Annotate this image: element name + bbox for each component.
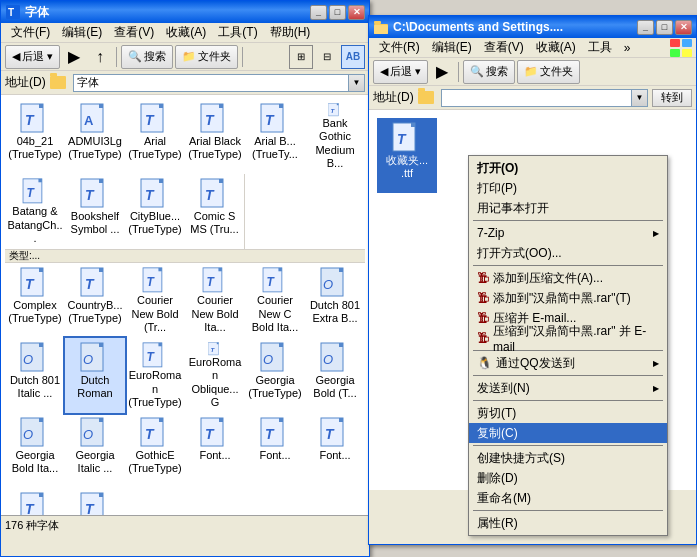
explorer-menu-more[interactable]: » (618, 39, 637, 57)
fonts-back-button[interactable]: ◀ 后退 ▾ (5, 45, 60, 69)
explorer-minimize-button[interactable]: _ (637, 20, 654, 35)
ctx-send-to[interactable]: 发送到(N) ▶ (469, 378, 667, 398)
explorer-menu-edit[interactable]: 编辑(E) (426, 37, 478, 58)
list-item[interactable]: T Courier New C Bold Ita... (245, 263, 305, 338)
explorer-title-bar[interactable]: C:\Documents and Settings.... _ □ ✕ (369, 16, 696, 38)
list-item[interactable]: A ADMUI3Lg(TrueType) (65, 99, 125, 174)
list-item[interactable]: O Georgia(TrueType) (245, 338, 305, 413)
explorer-menu-favorites[interactable]: 收藏(A) (530, 37, 582, 58)
font-name-label: Dutch 801 Italic ... (7, 374, 63, 400)
explorer-search-button[interactable]: 🔍 搜索 (463, 60, 515, 84)
explorer-maximize-button[interactable]: □ (656, 20, 673, 35)
svg-rect-15 (279, 104, 283, 108)
explorer-back-button[interactable]: ◀ 后退 ▾ (373, 60, 428, 84)
fonts-menu-favorites[interactable]: 收藏(A) (160, 22, 212, 43)
list-item[interactable]: T Arial(TrueType) (125, 99, 185, 174)
ctx-copy[interactable]: 复制(C) (469, 423, 667, 443)
view-icons-button[interactable]: ⊟ (315, 45, 339, 69)
list-item[interactable]: T Arial B...(TrueTy... (245, 99, 305, 174)
list-item[interactable]: T Batang & BatangCh... (5, 174, 65, 249)
ctx-open[interactable]: 打开(O) (469, 158, 667, 178)
ctx-send-qq[interactable]: 🐧 通过QQ发送到 ▶ (469, 353, 667, 373)
view-tiles-button[interactable]: ⊞ (289, 45, 313, 69)
font-file-icon: T (391, 122, 423, 154)
explorer-address-dropdown[interactable]: ▼ (631, 90, 647, 106)
font-file-icon: O (19, 417, 51, 449)
explorer-folder-icon (418, 91, 434, 104)
explorer-folder-button[interactable]: 📁 文件夹 (517, 60, 580, 84)
list-item[interactable]: T Font... (5, 488, 65, 515)
fonts-minimize-button[interactable]: _ (310, 5, 327, 20)
fonts-menu-help[interactable]: 帮助(H) (264, 22, 317, 43)
ctx-compress-rar-email[interactable]: 🗜 压缩到"汉鼎简中黑.rar" 并 E-mail (469, 328, 667, 348)
explorer-menu-file[interactable]: 文件(R) (373, 37, 426, 58)
fonts-menu-file[interactable]: 文件(F) (5, 22, 56, 43)
fonts-menu-edit[interactable]: 编辑(E) (56, 22, 108, 43)
list-item[interactable]: T Font... (65, 488, 125, 515)
list-item[interactable]: O Georgia Bold Ita... (5, 413, 65, 488)
view-list-button[interactable]: AB (341, 45, 365, 69)
explorer-address-label: 地址(D) (373, 89, 414, 106)
svg-text:T: T (25, 276, 35, 292)
ctx-create-shortcut[interactable]: 创建快捷方式(S) (469, 448, 667, 468)
explorer-toolbar: ◀ 后退 ▾ ▶ 🔍 搜索 📁 文件夹 (369, 58, 696, 86)
fonts-close-button[interactable]: ✕ (348, 5, 365, 20)
fonts-address-combo[interactable]: 字体 ▼ (73, 74, 365, 92)
list-item[interactable]: T Font... (245, 413, 305, 488)
list-item[interactable]: O Dutch 801 Extra B... (305, 263, 365, 338)
selected-file-icon[interactable]: T 收藏夹... .ttf (377, 118, 437, 193)
ctx-cut[interactable]: 剪切(T) (469, 403, 667, 423)
dutch-roman-font-icon[interactable]: O Dutch Roman (65, 338, 125, 413)
list-item[interactable]: T Bookshelf Symbol ... (65, 174, 125, 249)
list-item[interactable]: T CountryB...(TrueType) (65, 263, 125, 338)
list-item[interactable]: T Font... (305, 413, 365, 488)
list-item[interactable]: T Font... (185, 413, 245, 488)
explorer-go-button[interactable]: 转到 (652, 89, 692, 107)
list-item[interactable]: O Dutch 801 Italic ... (5, 338, 65, 413)
fonts-menu-view[interactable]: 查看(V) (108, 22, 160, 43)
fonts-forward-button[interactable]: ▶ (62, 45, 86, 69)
ctx-add-rar[interactable]: 🗜 添加到"汉鼎简中黑.rar"(T) (469, 288, 667, 308)
fonts-maximize-button[interactable]: □ (329, 5, 346, 20)
fonts-count: 176 种字体 (5, 518, 59, 533)
ctx-add-archive[interactable]: 🗜 添加到压缩文件(A)... (469, 268, 667, 288)
ctx-rename[interactable]: 重命名(M) (469, 488, 667, 508)
ctx-properties[interactable]: 属性(R) (469, 513, 667, 533)
list-item[interactable]: T Courier New Bold Ita... (185, 263, 245, 338)
explorer-address-input[interactable]: C:\Documents and Settings\Ad... (442, 90, 631, 106)
svg-text:T: T (145, 112, 155, 128)
ctx-delete[interactable]: 删除(D) (469, 468, 667, 488)
list-item[interactable]: T Comic S MS (Tru... (185, 174, 245, 249)
list-item[interactable]: T Complex(TrueType) (5, 263, 65, 338)
explorer-address-combo[interactable]: C:\Documents and Settings\Ad... ▼ (441, 89, 648, 107)
fonts-up-button[interactable]: ↑ (88, 45, 112, 69)
fonts-address-dropdown[interactable]: ▼ (348, 75, 364, 91)
explorer-menu-view[interactable]: 查看(V) (478, 37, 530, 58)
explorer-close-button[interactable]: ✕ (675, 20, 692, 35)
explorer-menu-tools[interactable]: 工具 (582, 37, 618, 58)
list-item[interactable]: T Courier New Bold (Tr... (125, 263, 185, 338)
fonts-menu-tools[interactable]: 工具(T) (212, 22, 263, 43)
ctx-open-with[interactable]: 打开方式(OO)... (469, 243, 667, 263)
fonts-title-bar[interactable]: T 字体 _ □ ✕ (1, 1, 369, 23)
list-item[interactable]: T EuroRoman(TrueType) (125, 338, 185, 413)
ctx-open-notepad[interactable]: 用记事本打开 (469, 198, 667, 218)
font-name-label: Arial Black(TrueType) (188, 135, 241, 161)
list-item[interactable]: T GothicE(TrueType) (125, 413, 185, 488)
fonts-folder-button[interactable]: 📁 文件夹 (175, 45, 238, 69)
list-item[interactable]: T CityBlue... (TrueType) (125, 174, 185, 249)
list-item[interactable]: T Arial Black(TrueType) (185, 99, 245, 174)
fonts-search-button[interactable]: 🔍 搜索 (121, 45, 173, 69)
list-item[interactable]: T Bank Gothic Medium B... (305, 99, 365, 174)
list-item[interactable]: O Georgia Italic ... (65, 413, 125, 488)
explorer-forward-button[interactable]: ▶ (430, 60, 454, 84)
svg-text:T: T (265, 426, 275, 442)
list-item[interactable]: T 04b_21(TrueType) (5, 99, 65, 174)
list-item[interactable]: T EuroRoman Oblique... G (185, 338, 245, 413)
ctx-print[interactable]: 打印(P) (469, 178, 667, 198)
font-file-icon: T (19, 492, 51, 515)
fonts-address-input[interactable]: 字体 (74, 75, 348, 91)
ctx-7zip[interactable]: 7-Zip ▶ (469, 223, 667, 243)
ctx-properties-label: 属性(R) (477, 515, 518, 532)
list-item[interactable]: O Georgia Bold (T... (305, 338, 365, 413)
